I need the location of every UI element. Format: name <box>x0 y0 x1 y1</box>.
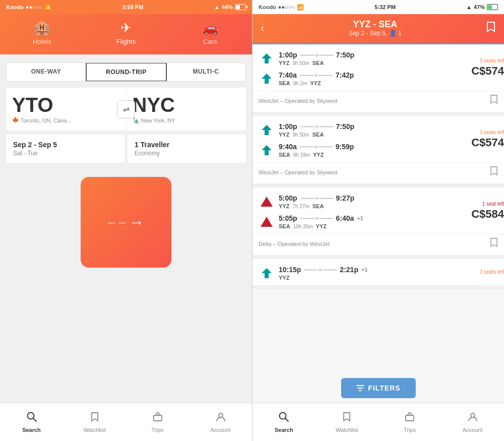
watchlist-icon-left <box>89 411 100 425</box>
bookmark-button-2[interactable] <box>490 166 498 178</box>
svg-rect-5 <box>265 58 268 62</box>
operator-text: WestJet – Operated by Skywest <box>259 98 337 104</box>
flight-leg: 5:00p 9:27p YYZ 7h 27m SEA <box>259 194 453 210</box>
flight-card-3[interactable]: 5:00p 9:27p YYZ 7h 27m SEA <box>253 187 504 259</box>
filters-label: FILTERS <box>368 384 400 392</box>
route-subtitle: Sep 2 - Sep 5, 👤 1 <box>269 30 481 37</box>
svg-marker-11 <box>262 268 272 278</box>
svg-marker-9 <box>261 197 273 207</box>
battery-icon-left <box>235 4 246 10</box>
origin-code: YTO <box>12 95 120 115</box>
arr-airport: YYZ <box>310 80 321 86</box>
bottom-trips-label-right: Trips <box>404 427 416 433</box>
dest-flag: 🗽 <box>133 117 140 123</box>
time-right: 5:32 PM <box>374 4 396 10</box>
carrier-right: Koodo <box>259 4 276 10</box>
origin-flag: 🍁 <box>12 117 19 123</box>
seats-left: 3 seats left <box>480 58 504 64</box>
battery-pct-right: 47% <box>474 4 485 10</box>
westjet-logo-4 <box>259 142 275 158</box>
left-status-bar: Koodo ●●○○○ 📶 3:58 PM ▲ 44% <box>0 0 252 14</box>
trips-icon-left <box>152 411 163 425</box>
travellers-field[interactable]: 1 Traveller Economy <box>128 135 246 163</box>
filters-button[interactable]: FILTERS <box>341 378 415 398</box>
dest-code: NYC <box>133 95 240 115</box>
bottom-account-right[interactable]: Account <box>441 411 504 433</box>
nav-cars[interactable]: 🚗 Cars <box>168 18 252 47</box>
battery-pct-left: 44% <box>222 4 233 10</box>
flight-footer-2: WestJet – Operated by Skywest <box>253 162 504 183</box>
cars-icon: 🚗 <box>202 20 218 36</box>
bottom-trips-left[interactable]: Trips <box>126 411 189 433</box>
dep-airport: SEA <box>279 80 290 86</box>
origin-detail: 🍁 Toronto, ON, Cana... <box>12 117 120 123</box>
travellers-label: 1 Traveller <box>135 141 239 149</box>
wifi-icon: 📶 <box>44 4 51 11</box>
swap-button[interactable]: ⇌ <box>117 100 135 118</box>
dest-detail: 🗽 New York, NY <box>133 117 240 123</box>
flight-leg: 7:40a 7:42p SEA 9h 2m YYZ <box>259 71 453 87</box>
westjet-logo-3 <box>259 122 275 138</box>
bottom-watchlist-left[interactable]: Watchlist <box>63 411 126 433</box>
back-button[interactable]: ‹ <box>261 22 264 35</box>
bottom-nav-right: Search Watchlist Trips <box>253 403 504 441</box>
route-title: YYZ - SEA <box>269 19 481 30</box>
destination-field[interactable]: NYC 🗽 New York, NY <box>127 88 246 131</box>
svg-rect-2 <box>154 415 162 421</box>
bottom-account-left[interactable]: Account <box>189 411 252 433</box>
bottom-account-label-left: Account <box>211 427 231 433</box>
right-phone: Koodo ●●○○○ 📶 5:32 PM ▲ 47% ‹ YYZ - SEA … <box>252 0 504 441</box>
tab-multi[interactable]: MULTI-C <box>166 63 245 81</box>
flight-card-4[interactable]: 10:15p 2:21p +1 YYZ <box>253 259 504 289</box>
travellers-sub: Economy <box>135 150 239 157</box>
dates-field[interactable]: Sep 2 - Sep 5 Sat - Tue <box>6 135 124 163</box>
seats-left-4: 3 seats left <box>480 269 504 275</box>
bottom-watchlist-right[interactable]: Watchlist <box>316 411 379 433</box>
bottom-nav-left: Search Watchlist Trips <box>0 403 252 441</box>
bottom-account-label-right: Account <box>463 427 483 433</box>
bottom-trips-right[interactable]: Trips <box>379 411 442 433</box>
top-nav: 🏨 Hotels ✈ Flights 🚗 Cars <box>0 14 252 54</box>
origin-city: Toronto, ON, Cana... <box>21 117 72 123</box>
bookmark-button-1[interactable] <box>490 94 498 107</box>
nav-hotels[interactable]: 🏨 Hotels <box>0 18 84 47</box>
svg-marker-8 <box>262 145 272 155</box>
origin-field[interactable]: YTO 🍁 Toronto, ON, Cana... <box>6 88 127 131</box>
dest-city: New York, NY <box>141 117 175 123</box>
location-icon-right: ▲ <box>466 4 472 10</box>
svg-line-13 <box>285 418 288 421</box>
flight-card-2[interactable]: 1:00p 7:50p YYZ 9h 50m SEA <box>253 116 504 187</box>
watchlist-icon-right <box>341 411 352 425</box>
results-wrap: 1:00p 7:50p YYZ 9h 50m SEA <box>253 44 504 441</box>
info-row: Sep 2 - Sep 5 Sat - Tue 1 Traveller Econ… <box>6 135 246 163</box>
search-button[interactable]: — — → <box>81 177 171 268</box>
svg-marker-7 <box>262 125 272 135</box>
trip-tabs: ONE-WAY ROUND-TRIP MULTI-C <box>6 62 246 82</box>
nav-flights[interactable]: ✈ Flights <box>84 18 168 47</box>
svg-rect-14 <box>406 415 414 421</box>
bottom-search-left[interactable]: Search <box>0 411 63 433</box>
trips-icon-right <box>404 411 415 425</box>
arr-time: 7:42p <box>336 71 354 79</box>
westjet-logo-5 <box>259 265 275 281</box>
bookmark-button-3[interactable] <box>490 237 498 250</box>
header-bookmark-button[interactable] <box>486 21 496 35</box>
route-row: YTO 🍁 Toronto, ON, Cana... ⇌ NYC 🗽 New Y… <box>6 88 246 131</box>
flight-card-1[interactable]: 1:00p 7:50p YYZ 9h 50m SEA <box>253 44 504 116</box>
battery-icon-right <box>487 4 498 10</box>
tab-one-way[interactable]: ONE-WAY <box>7 63 86 81</box>
price-2: C$574 <box>471 136 504 149</box>
leg-duration: 9h 2m <box>293 81 307 86</box>
location-icon: ▲ <box>214 4 220 10</box>
wifi-icon-right: 📶 <box>297 4 304 11</box>
bottom-search-right[interactable]: Search <box>253 411 316 433</box>
delta-logo-1 <box>259 194 275 210</box>
bottom-watchlist-label-left: Watchlist <box>83 427 105 433</box>
flight-leg: 9:40a 9:59p SEA 9h 19m YYZ <box>259 142 453 158</box>
hotels-icon: 🏨 <box>34 20 50 36</box>
bottom-watchlist-label-right: Watchlist <box>336 427 358 433</box>
svg-marker-6 <box>262 74 272 84</box>
results-header: ‹ YYZ - SEA Sep 2 - Sep 5, 👤 1 <box>253 14 504 43</box>
seats-left-2: 3 seats left <box>480 130 504 135</box>
tab-round-trip[interactable]: ROUND-TRIP <box>86 62 167 82</box>
